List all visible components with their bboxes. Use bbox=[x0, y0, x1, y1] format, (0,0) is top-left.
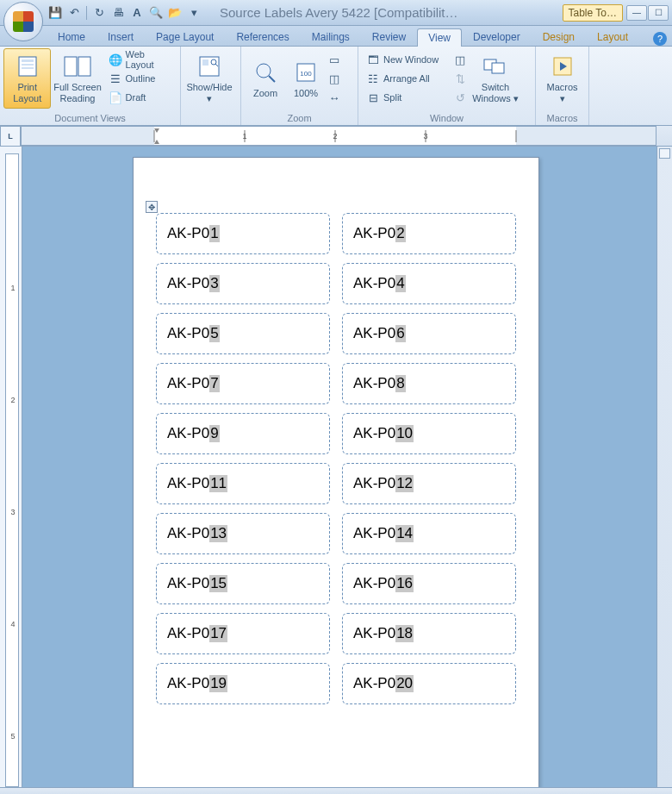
new-window-icon: 🗔 bbox=[366, 53, 380, 66]
label-suffix-highlighted: 19 bbox=[209, 675, 227, 692]
restore-button[interactable]: ☐ bbox=[648, 5, 669, 21]
label-prefix: AK-P0 bbox=[167, 225, 209, 242]
label-cell[interactable]: AK-P019 bbox=[156, 663, 330, 704]
table-move-handle-icon[interactable]: ✥ bbox=[146, 201, 158, 213]
qat-separator bbox=[86, 6, 87, 20]
sync-scroll-icon[interactable]: ⇅ bbox=[451, 69, 469, 88]
full-screen-label: Full Screen Reading bbox=[53, 82, 102, 103]
label-prefix: AK-P0 bbox=[353, 225, 395, 242]
horizontal-scrollbar[interactable] bbox=[0, 787, 672, 794]
show-hide-button[interactable]: Show/Hide ▾ bbox=[184, 48, 234, 109]
vruler-mark: 2 bbox=[4, 396, 22, 404]
label-cell[interactable]: AK-P020 bbox=[342, 663, 516, 704]
vertical-scrollbar[interactable] bbox=[656, 147, 672, 787]
group-label-zoom: Zoom bbox=[245, 112, 354, 125]
tab-review[interactable]: Review bbox=[361, 28, 417, 46]
label-cell[interactable]: AK-P02 bbox=[342, 213, 516, 254]
outline-button[interactable]: ☰ Outline bbox=[104, 69, 177, 88]
zoom-100-button[interactable]: 100 100% bbox=[286, 48, 326, 109]
horizontal-ruler[interactable]: 1 2 3 bbox=[21, 126, 656, 146]
page-width-icon[interactable]: ↔ bbox=[326, 88, 343, 107]
zoom-button[interactable]: Zoom bbox=[245, 48, 286, 109]
label-cell[interactable]: AK-P010 bbox=[342, 413, 516, 454]
quick-print-icon[interactable]: 🖶 bbox=[109, 4, 127, 22]
vruler-mark: 1 bbox=[4, 284, 22, 292]
label-prefix: AK-P0 bbox=[167, 325, 209, 342]
label-cell[interactable]: AK-P013 bbox=[156, 513, 330, 554]
tab-insert[interactable]: Insert bbox=[96, 28, 145, 46]
open-icon[interactable]: 📂 bbox=[166, 4, 184, 22]
switch-windows-button[interactable]: Switch Windows ▾ bbox=[469, 48, 522, 109]
view-side-by-side-icon[interactable]: ◫ bbox=[451, 50, 469, 69]
show-hide-label: Show/Hide ▾ bbox=[185, 82, 233, 103]
one-page-icon[interactable]: ▭ bbox=[326, 50, 343, 69]
vertical-ruler-area: 1 2 3 4 5 bbox=[0, 147, 22, 787]
label-prefix: AK-P0 bbox=[167, 625, 209, 642]
vruler-mark: 4 bbox=[4, 620, 22, 628]
two-pages-icon[interactable]: ◫ bbox=[326, 69, 343, 88]
label-cell[interactable]: AK-P05 bbox=[156, 313, 330, 354]
label-suffix-highlighted: 10 bbox=[395, 425, 414, 442]
tab-home[interactable]: Home bbox=[47, 28, 96, 46]
tab-view[interactable]: View bbox=[417, 28, 462, 47]
label-cell[interactable]: AK-P04 bbox=[342, 263, 516, 304]
full-screen-reading-button[interactable]: Full Screen Reading bbox=[51, 48, 103, 109]
label-cell[interactable]: AK-P01 bbox=[156, 213, 330, 254]
document-area[interactable]: ✥ AK-P01AK-P02AK-P03AK-P04AK-P05AK-P06AK… bbox=[22, 147, 656, 787]
ruler-toggle[interactable] bbox=[656, 126, 672, 146]
split-button[interactable]: ⊟ Split bbox=[362, 88, 451, 107]
group-zoom: Zoom 100 100% ▭ ◫ ↔ Zoom bbox=[241, 47, 358, 125]
label-cell[interactable]: AK-P08 bbox=[342, 363, 516, 404]
minimize-button[interactable]: — bbox=[626, 5, 647, 21]
more-icon[interactable]: ▾ bbox=[185, 4, 202, 22]
arrange-all-button[interactable]: ☷ Arrange All bbox=[362, 69, 451, 88]
quick-access-toolbar: 💾 ↶ ↻ 🖶 A 🔍 📂 ▾ bbox=[47, 4, 202, 22]
label-suffix-highlighted: 1 bbox=[209, 225, 219, 242]
undo-icon[interactable]: ↶ bbox=[65, 4, 83, 22]
label-suffix-highlighted: 2 bbox=[395, 225, 405, 242]
label-cell[interactable]: AK-P016 bbox=[342, 563, 516, 604]
new-window-button[interactable]: 🗔 New Window bbox=[362, 50, 451, 69]
svg-rect-4 bbox=[65, 57, 77, 76]
label-prefix: AK-P0 bbox=[167, 475, 209, 492]
label-suffix-highlighted: 16 bbox=[395, 575, 414, 592]
workspace: 1 2 3 4 5 ✥ AK-P01AK-P02AK-P03AK-P04AK-P… bbox=[0, 147, 672, 787]
label-suffix-highlighted: 13 bbox=[209, 525, 227, 542]
font-icon[interactable]: A bbox=[128, 4, 146, 22]
reset-window-icon[interactable]: ↺ bbox=[451, 88, 469, 107]
vertical-ruler[interactable]: 1 2 3 4 5 bbox=[5, 153, 19, 787]
label-cell[interactable]: AK-P012 bbox=[342, 463, 516, 504]
label-cell[interactable]: AK-P06 bbox=[342, 313, 516, 354]
label-cell[interactable]: AK-P014 bbox=[342, 513, 516, 554]
redo-icon[interactable]: ↻ bbox=[90, 4, 108, 22]
label-cell[interactable]: AK-P09 bbox=[156, 413, 330, 454]
tab-developer[interactable]: Developer bbox=[462, 28, 532, 46]
save-icon[interactable]: 💾 bbox=[47, 4, 64, 22]
tab-mailings[interactable]: Mailings bbox=[301, 28, 361, 46]
svg-rect-20 bbox=[516, 127, 656, 146]
tab-references[interactable]: References bbox=[225, 28, 300, 46]
svg-text:3: 3 bbox=[423, 132, 427, 141]
label-cell[interactable]: AK-P017 bbox=[156, 613, 330, 654]
contextual-tab-table-tools[interactable]: Table To… bbox=[563, 4, 623, 22]
tab-page-layout[interactable]: Page Layout bbox=[145, 28, 225, 46]
tab-layout[interactable]: Layout bbox=[586, 28, 639, 46]
label-cell[interactable]: AK-P015 bbox=[156, 563, 330, 604]
switch-windows-label: Switch Windows ▾ bbox=[472, 82, 519, 103]
web-layout-button[interactable]: 🌐 Web Layout bbox=[104, 50, 177, 69]
scroll-up-icon[interactable] bbox=[659, 148, 670, 159]
tab-design[interactable]: Design bbox=[532, 28, 586, 46]
print-layout-button[interactable]: Print Layout bbox=[3, 48, 51, 109]
search-icon[interactable]: 🔍 bbox=[147, 4, 165, 22]
label-cell[interactable]: AK-P018 bbox=[342, 613, 516, 654]
label-suffix-highlighted: 12 bbox=[395, 475, 414, 492]
draft-button[interactable]: 📄 Draft bbox=[104, 88, 177, 107]
macros-button[interactable]: Macros▾ bbox=[539, 48, 585, 109]
label-cell[interactable]: AK-P011 bbox=[156, 463, 330, 504]
tab-selector[interactable]: L bbox=[0, 126, 21, 147]
office-button[interactable] bbox=[3, 2, 43, 41]
label-cell[interactable]: AK-P07 bbox=[156, 363, 330, 404]
label-cell[interactable]: AK-P03 bbox=[156, 263, 330, 304]
help-icon[interactable]: ? bbox=[653, 32, 667, 46]
show-hide-icon bbox=[196, 53, 223, 80]
